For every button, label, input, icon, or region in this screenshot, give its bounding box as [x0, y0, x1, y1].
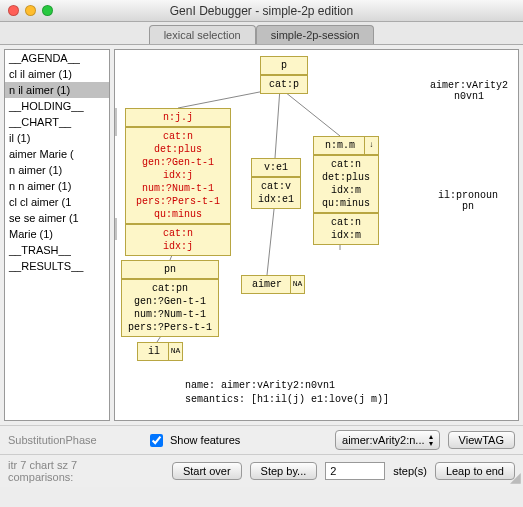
titlebar: GenI Debugger - simple-2p edition — [0, 0, 523, 22]
sidebar-item[interactable]: __RESULTS__ — [5, 258, 109, 274]
tree-canvas[interactable]: p cat:p n:j.j cat:n det:plus gen:?Gen-t-… — [114, 49, 519, 421]
options-row: SubstitutionPhase Show features aimer:vA… — [0, 425, 523, 454]
step-count-input[interactable] — [325, 462, 385, 480]
svg-line-2 — [280, 88, 340, 136]
sidebar-item[interactable]: il (1) — [5, 130, 109, 146]
sidebar-item[interactable]: __CHART__ — [5, 114, 109, 130]
sidebar-item[interactable]: se se aimer (1 — [5, 210, 109, 226]
node-njj[interactable]: n:j.j cat:n det:plus gen:?Gen-t-1 idx:j … — [125, 108, 231, 256]
sidebar-item[interactable]: Marie (1) — [5, 226, 109, 242]
tab-session[interactable]: simple-2p-session — [256, 25, 375, 44]
sidebar-item[interactable]: n n aimer (1) — [5, 178, 109, 194]
sidebar-item[interactable]: __TRASH__ — [5, 242, 109, 258]
view-tag-button[interactable]: ViewTAG — [448, 431, 515, 449]
sidebar-item[interactable]: cl cl aimer (1 — [5, 194, 109, 210]
sidebar-item[interactable]: __HOLDING__ — [5, 98, 109, 114]
tree-label-top: aimer:vArity2 n0vn1 — [430, 80, 508, 102]
window-title: GenI Debugger - simple-2p edition — [0, 4, 523, 18]
start-over-button[interactable]: Start over — [172, 462, 242, 480]
sidebar-item[interactable]: __AGENDA__ — [5, 50, 109, 66]
show-features-input[interactable] — [150, 434, 163, 447]
node-pn[interactable]: pn cat:pn gen:?Gen-t-1 num:?Num-t-1 pers… — [121, 260, 219, 337]
minimize-icon[interactable] — [25, 5, 36, 16]
node-p[interactable]: p cat:p — [260, 56, 308, 94]
tree-name: name: aimer:vArity2:n0vn1 — [185, 380, 335, 391]
zoom-icon[interactable] — [42, 5, 53, 16]
steps-label: step(s) — [393, 465, 427, 477]
popup-arrows-icon: ▴▾ — [429, 433, 433, 447]
subst-arrow-icon: ↓ — [364, 137, 378, 154]
na-icon: NA — [168, 343, 182, 360]
tree-select[interactable]: aimer:vArity2:n... ▴▾ — [335, 430, 440, 450]
iter-status: itr 7 chart sz 7 comparisons: — [8, 459, 138, 483]
tabbar: lexical selection simple-2p-session — [0, 22, 523, 45]
tab-lexical[interactable]: lexical selection — [149, 25, 256, 44]
phase-status: SubstitutionPhase — [8, 434, 138, 446]
close-icon[interactable] — [8, 5, 19, 16]
svg-line-5 — [267, 200, 275, 275]
node-nmm[interactable]: n:m.m ↓ cat:n det:plus idx:m qu:minus ca… — [313, 136, 379, 245]
main-area: __AGENDA__cl il aimer (1)n il aimer (1)_… — [0, 45, 523, 425]
sidebar-item[interactable]: aimer Marie ( — [5, 146, 109, 162]
leap-to-end-button[interactable]: Leap to end — [435, 462, 515, 480]
node-il[interactable]: il NA — [137, 342, 183, 361]
node-vel[interactable]: v:e1 cat:v idx:e1 — [251, 158, 301, 209]
na-icon: NA — [290, 276, 304, 293]
sidebar[interactable]: __AGENDA__cl il aimer (1)n il aimer (1)_… — [4, 49, 110, 421]
tree-semantics: semantics: [h1:il(j) e1:love(j m)] — [185, 394, 389, 405]
sidebar-item[interactable]: cl il aimer (1) — [5, 66, 109, 82]
sidebar-item[interactable]: n aimer (1) — [5, 162, 109, 178]
tree-label-mid: il:pronoun pn — [438, 190, 498, 212]
svg-line-1 — [275, 88, 280, 158]
control-row: itr 7 chart sz 7 comparisons: Start over… — [0, 454, 523, 487]
show-features-checkbox[interactable]: Show features — [146, 431, 240, 450]
node-aimer[interactable]: aimer NA — [241, 275, 305, 294]
sidebar-item[interactable]: n il aimer (1) — [5, 82, 109, 98]
step-by-button[interactable]: Step by... — [250, 462, 318, 480]
